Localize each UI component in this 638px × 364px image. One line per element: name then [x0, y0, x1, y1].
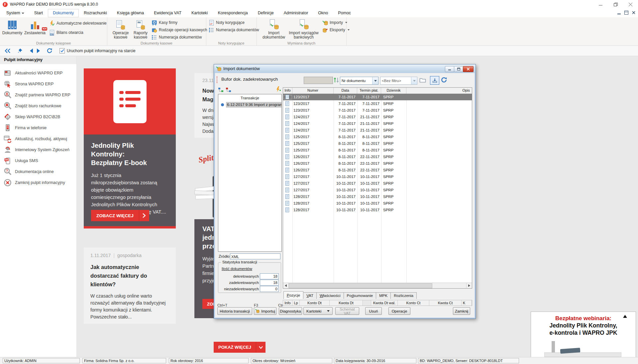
menu-item[interactable]: Księga główna — [112, 9, 149, 17]
scrollbar-thumb[interactable] — [289, 283, 432, 288]
table-row[interactable]: 128/2017 10-11-2017 10-11-2017 SPRP — [283, 200, 472, 207]
usun-button[interactable]: Usuń — [365, 307, 382, 315]
sidebar-item-sms[interactable]: SMS Usługa SMS — [0, 155, 76, 166]
column-header-data[interactable]: Data — [334, 88, 357, 94]
table-row[interactable]: 127/2017 10-11-2017 10-11-2017 SPRP — [283, 180, 472, 187]
transaction-row[interactable]: 6-12-2017 9:36 Import z programu — [218, 102, 281, 108]
table-row[interactable]: 125/2017 8-11-2017 8-11-2017 SPRP — [283, 134, 472, 140]
detail-tab[interactable]: Podsumowanie — [344, 292, 376, 299]
window-close-button[interactable] — [623, 0, 638, 9]
forward-icon[interactable] — [37, 48, 41, 53]
filter-select[interactable]: <Bez filtru> — [380, 77, 417, 85]
filter-folder-icon[interactable] — [419, 77, 426, 83]
webinar-panel[interactable]: Bezpłatne webinaria: Jednolity Plik Kont… — [531, 312, 636, 358]
ribbon-layout-icon[interactable] — [624, 10, 629, 15]
sort-field-select[interactable]: Nr dokumentu — [340, 77, 378, 85]
detail-tab[interactable]: VAT — [303, 292, 317, 299]
stats-link[interactable]: Ilość dokumentów — [222, 267, 252, 271]
table-row[interactable]: 123/2017 7-11-2017 7-11-2017 SPRP — [283, 94, 472, 100]
ribbon-close-icon[interactable] — [631, 10, 636, 15]
ribbon-minimize-icon[interactable] — [617, 10, 621, 15]
menu-item[interactable]: System — [1, 9, 29, 17]
column-header-termin[interactable]: Termin płat. — [357, 88, 381, 94]
table-row[interactable]: 128/2017 10-11-2017 10-11-2017 SPRP — [283, 193, 472, 200]
source-input[interactable]: XML — [230, 253, 280, 259]
promo-banner[interactable] — [84, 68, 176, 135]
menu-item[interactable]: Start — [29, 9, 48, 17]
column-header-opis[interactable]: Opis — [406, 88, 472, 94]
table-row[interactable]: 125/2017 8-11-2017 8-11-2017 SPRP — [283, 140, 472, 147]
kasy-firmy-button[interactable]: Kasy firmy — [152, 19, 177, 26]
table-row[interactable]: 126/2017 8-11-2017 22-11-2017 SPRP — [283, 160, 472, 167]
collapse-tree-icon[interactable] — [226, 87, 231, 93]
sidebar-item-zamknij-pulpit[interactable]: Zamknij pulpit informacyjny — [0, 177, 76, 188]
importuj-button[interactable]: Importuj — [254, 307, 276, 315]
detail-tab[interactable]: Pozycje — [283, 291, 303, 299]
rodzaje-operacji-kasowych-button[interactable]: Rodzaje operacji kasowych — [152, 27, 207, 33]
sidebar-item-dokumentacja[interactable]: ? Dokumentacja online — [0, 166, 76, 177]
dialog-close-button[interactable] — [463, 66, 474, 72]
documents-table[interactable]: Info Numer Data Termin płat. Dziennik Op… — [283, 87, 472, 289]
table-row[interactable]: 124/2017 7-11-2017 21-11-2017 SPRP — [283, 114, 472, 120]
zestawienia-button[interactable]: KH Zestawienia — [24, 19, 46, 35]
automatyczne-dekretowanie-button[interactable]: Automatyczne dekretowanie — [49, 20, 107, 27]
eksporty-button[interactable]: Eksporty — [322, 27, 350, 33]
lightning-filter-icon[interactable] — [275, 86, 281, 92]
column-header-info[interactable]: Info — [283, 88, 292, 94]
sidebar-item-sklep[interactable]: S Sklep WAPRO B2C\B2B — [0, 111, 76, 122]
table-row[interactable]: 126/2017 8-11-2017 22-11-2017 SPRP — [283, 153, 472, 160]
window-restore-button[interactable] — [608, 0, 623, 9]
menu-item[interactable]: Administrator — [279, 9, 313, 17]
sidebar-item-partner[interactable]: Znajdź partnera WAPRO ERP — [0, 89, 76, 100]
noty-korygujace-button[interactable]: Noty korygujące — [209, 19, 245, 26]
pin-icon[interactable] — [17, 48, 23, 53]
refresh-icon[interactable] — [47, 48, 52, 53]
sidebar-item-biuro[interactable]: Znajdź biuro rachunkowe — [0, 100, 76, 111]
show-details-toggle[interactable] — [430, 76, 439, 85]
expand-tree-icon[interactable] — [218, 87, 224, 93]
menu-item[interactable]: Korespondencja — [213, 9, 253, 17]
table-row[interactable]: 127/2017 10-11-2017 10-11-2017 SPRP — [283, 173, 472, 180]
sidebar-item-aktualnosci[interactable]: Aktualności WAPRO ERP — [0, 67, 76, 78]
detail-tab[interactable]: Właściwości — [316, 292, 344, 299]
zamknij-button[interactable]: Zamknij — [453, 307, 470, 315]
sidebar-item-telefon[interactable]: Firma w telefonie — [0, 122, 76, 133]
table-hscrollbar[interactable] — [283, 283, 472, 288]
operacje-button[interactable]: Operacje — [388, 307, 410, 315]
column-header-numer[interactable]: Numer — [292, 88, 334, 94]
dialog-maximize-button[interactable] — [454, 66, 463, 72]
diagnostyka-button[interactable]: Diagnostyka — [279, 307, 302, 315]
window-minimize-button[interactable] — [593, 0, 608, 9]
search-input[interactable] — [304, 77, 333, 84]
import-wyciagow-bankowych-button[interactable]: Import wyciągów bankowych — [287, 19, 320, 40]
dialog-refresh-icon[interactable] — [441, 77, 447, 83]
numeracja-dokumentow-noty-button[interactable]: Numeracja dokumentów — [209, 27, 259, 33]
table-row[interactable]: 123/2017 7-11-2017 7-11-2017 SPRP — [283, 107, 472, 114]
table-header[interactable]: Info Numer Data Termin płat. Dziennik Op… — [283, 88, 472, 94]
column-header-dziennik[interactable]: Dziennik — [381, 88, 406, 94]
menu-item[interactable]: Rozrachunki — [79, 9, 112, 17]
numeracja-dokumentow-button[interactable]: Numeracja dokumentów — [152, 34, 202, 41]
table-row[interactable]: 124/2017 7-11-2017 21-11-2017 SPRP — [283, 120, 472, 127]
historia-transakcji-button[interactable]: Historia transakcji — [217, 307, 252, 315]
menu-item[interactable]: Okno — [313, 9, 333, 17]
table-row[interactable]: 128/2017 10-11-2017 10-11-2017 SPRP — [283, 207, 472, 213]
menu-item[interactable]: Dokumenty — [48, 9, 79, 17]
operacje-kasowe-button[interactable]: Operacje kasowe — [111, 19, 130, 40]
menu-item[interactable]: Pomoc — [333, 9, 356, 17]
table-row[interactable]: 125/2017 8-11-2017 8-11-2017 SPRP — [283, 147, 472, 153]
scroll-left-icon[interactable] — [283, 283, 289, 288]
table-row[interactable]: 127/2017 10-11-2017 10-11-2017 SPRP — [283, 187, 472, 193]
bilans-otwarcia-button[interactable]: BO Bilans otwarcia — [49, 29, 83, 36]
menu-item[interactable]: Kartoteki — [186, 9, 213, 17]
detail-tab[interactable]: Rozliczenia — [390, 292, 417, 299]
sidebar-item-zgloszenia[interactable]: Internetowy System Zgłoszeń — [0, 144, 76, 155]
zobacz-wiecej-button[interactable]: ZOBACZ WIĘCEJ — [91, 210, 149, 221]
menu-item[interactable]: Definicje — [253, 9, 279, 17]
dokumenty-button[interactable]: Dokumenty — [2, 19, 23, 35]
sidebar-item-strona[interactable]: Strona WAPRO ERP — [0, 78, 76, 89]
pokaz-wiecej-button[interactable]: POKAŻ WIĘCEJ — [214, 342, 266, 353]
back-icon[interactable] — [29, 48, 33, 53]
startup-checkbox[interactable] — [59, 48, 65, 53]
detail-tab[interactable]: MPK — [376, 292, 391, 299]
